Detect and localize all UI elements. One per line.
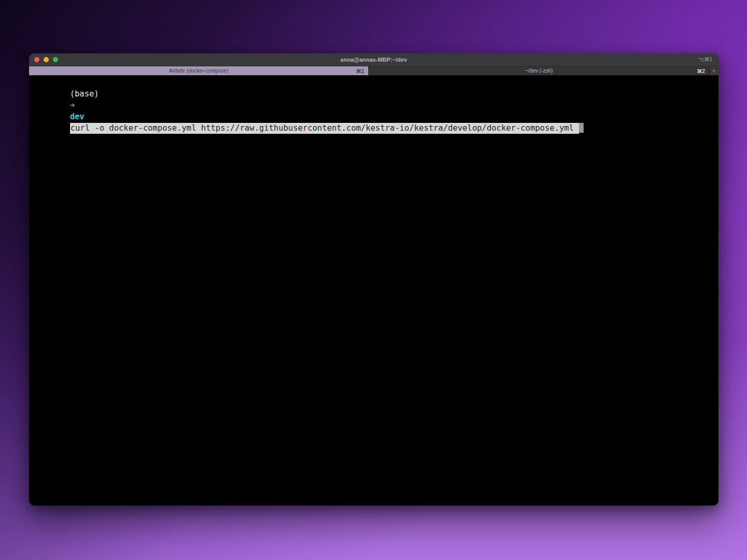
window-shortcut-hint: ⌥⌘1 <box>698 53 712 66</box>
tab-bar: Airbyte (docker-compose) ⌘1 ~/dev (-zsh)… <box>29 66 718 76</box>
prompt-arrow-icon: ➜ <box>70 101 75 110</box>
terminal-content-area[interactable]: (base) ➜ dev curl -o docker-compose.yml … <box>29 76 718 506</box>
tab-dev-zsh[interactable]: ~/dev (-zsh) ⌘2 <box>369 66 710 75</box>
zoom-button[interactable] <box>53 57 58 62</box>
plus-icon: + <box>712 67 716 75</box>
prompt-directory: dev <box>70 112 85 121</box>
tab-shortcut-badge: ⌘2 <box>697 66 705 75</box>
window-title: anna@annas-MBP:~/dev <box>29 53 718 66</box>
minimize-button[interactable] <box>44 57 49 62</box>
tab-label: Airbyte (docker-compose) <box>169 68 228 74</box>
command-text-selected: curl -o docker-compose.yml https://raw.g… <box>70 123 579 134</box>
prompt-line: (base) ➜ dev curl -o docker-compose.yml … <box>31 77 716 145</box>
terminal-window: anna@annas-MBP:~/dev ⌥⌘1 Airbyte (docker… <box>29 53 718 506</box>
close-button[interactable] <box>34 57 39 62</box>
desktop-background: anna@annas-MBP:~/dev ⌥⌘1 Airbyte (docker… <box>0 0 747 560</box>
conda-env-label: (base) <box>70 89 99 99</box>
tab-label: ~/dev (-zsh) <box>525 68 552 74</box>
traffic-lights <box>29 57 58 62</box>
titlebar[interactable]: anna@annas-MBP:~/dev ⌥⌘1 <box>29 53 718 66</box>
new-tab-button[interactable]: + <box>710 66 718 75</box>
tab-shortcut-badge: ⌘1 <box>356 66 364 75</box>
terminal-cursor <box>579 123 584 133</box>
tab-airbyte-docker-compose[interactable]: Airbyte (docker-compose) ⌘1 <box>29 66 369 75</box>
